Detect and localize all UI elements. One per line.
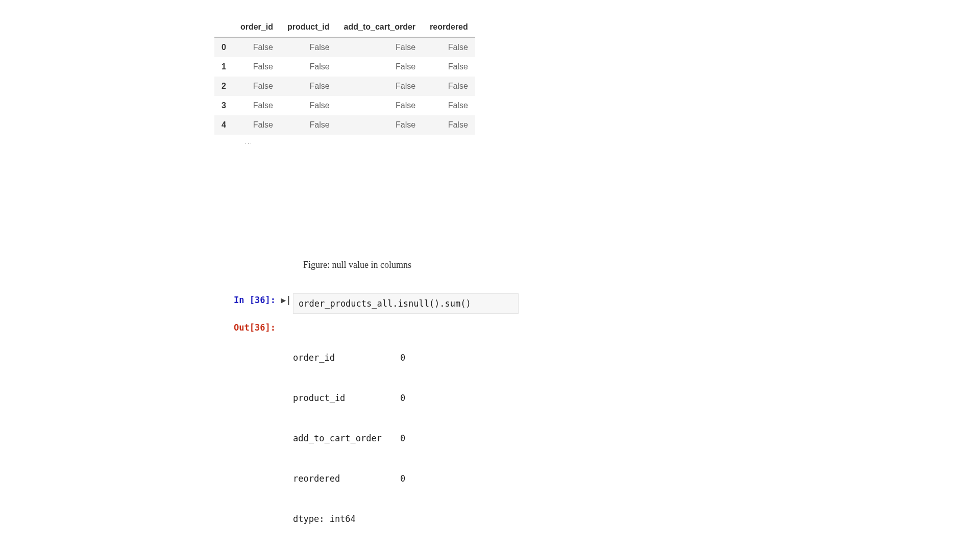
output-dtype: dtype: int64	[293, 512, 405, 525]
column-header: add_to_cart_order	[337, 19, 423, 37]
cell: False	[337, 37, 423, 57]
row-index: 0	[214, 37, 233, 57]
output-line: reordered0	[293, 472, 405, 485]
row-index: 3	[214, 96, 233, 115]
cell: False	[423, 57, 475, 77]
table-corner	[214, 19, 233, 37]
output-line: add_to_cart_order0	[293, 432, 405, 445]
cell: False	[280, 57, 337, 77]
cell: False	[423, 37, 475, 57]
cell: False	[233, 115, 280, 135]
cell: False	[423, 77, 475, 96]
table-row: 0 False False False False	[214, 37, 475, 57]
column-header: order_id	[233, 19, 280, 37]
cell: False	[280, 37, 337, 57]
cell: False	[423, 96, 475, 115]
cell: False	[233, 57, 280, 77]
cell: False	[280, 77, 337, 96]
cell: False	[337, 57, 423, 77]
table-row: 4 False False False False	[214, 115, 475, 135]
jupyter-cell: In [36]: ▶| order_products_all.isnull().…	[214, 293, 521, 551]
table-row: 1 False False False False	[214, 57, 475, 77]
output-line: product_id0	[293, 391, 405, 405]
run-cell-icon[interactable]: ▶|	[281, 293, 290, 307]
row-index: 4	[214, 115, 233, 135]
cell: False	[280, 96, 337, 115]
output-prompt: Out[36]:	[214, 321, 281, 334]
code-input[interactable]: order_products_all.isnull().sum()	[293, 293, 519, 314]
column-header: product_id	[280, 19, 337, 37]
truncation-ellipsis: ...	[214, 135, 521, 145]
input-prompt: In [36]:	[214, 293, 281, 307]
table-row: 3 False False False False	[214, 96, 475, 115]
row-index: 2	[214, 77, 233, 96]
cell: False	[337, 115, 423, 135]
cell: False	[233, 96, 280, 115]
figure-caption: Figure: null value in columns	[204, 260, 510, 270]
dataframe-table: order_id product_id add_to_cart_order re…	[214, 19, 475, 135]
table-row: 2 False False False False	[214, 77, 475, 96]
cell: False	[233, 77, 280, 96]
cell: False	[337, 77, 423, 96]
row-index: 1	[214, 57, 233, 77]
cell: False	[337, 96, 423, 115]
code-output: order_id0 product_id0 add_to_cart_order0…	[293, 321, 405, 551]
cell: False	[233, 37, 280, 57]
cell: False	[280, 115, 337, 135]
column-header: reordered	[423, 19, 475, 37]
output-line: order_id0	[293, 351, 405, 364]
cell: False	[423, 115, 475, 135]
